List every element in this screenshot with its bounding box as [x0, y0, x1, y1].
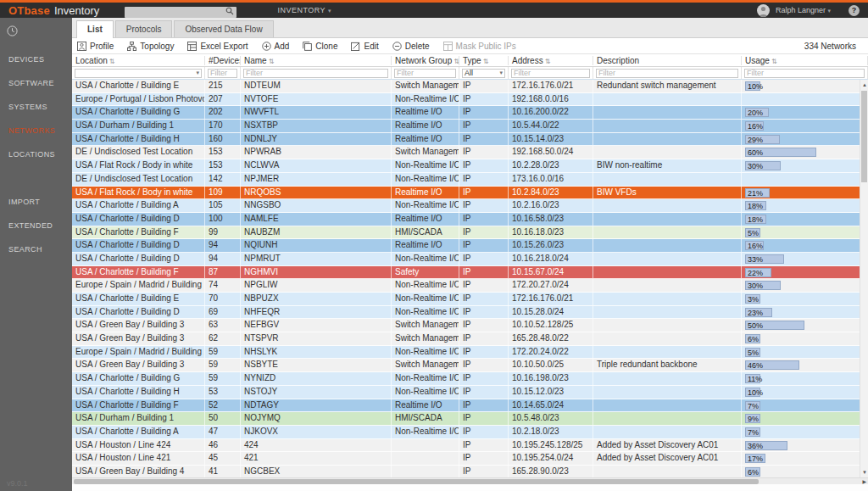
add-icon: [262, 42, 271, 51]
description-filter-input[interactable]: [596, 69, 738, 78]
usage-bar: 6%: [745, 334, 760, 343]
excel-export-button[interactable]: Excel Export: [187, 42, 248, 51]
table-row[interactable]: USA / Charlotte / Building F87NGHMVISafe…: [72, 266, 868, 280]
sidebar-item-networks[interactable]: NETWORKS: [0, 119, 72, 142]
sidebar-item-import[interactable]: IMPORT: [0, 190, 72, 214]
table-row[interactable]: USA / Charlotte / Building G59NYNIZDNon-…: [72, 372, 868, 386]
sidebar-item-locations[interactable]: LOCATIONS: [0, 142, 72, 166]
cell-name: NGHMVI: [241, 266, 392, 279]
column-header-description[interactable]: Description: [593, 56, 742, 65]
vertical-scrollbar-thumb[interactable]: [861, 91, 867, 182]
usage-bar: 3%: [745, 294, 760, 304]
address-filter-input[interactable]: [511, 69, 590, 78]
cell-address: 10.195.245.128/25: [509, 439, 593, 452]
tab-observed-data-flow[interactable]: Observed Data Flow: [174, 20, 273, 37]
table-row[interactable]: Europe / Spain / Madrid / Building 259NH…: [72, 346, 868, 360]
table-row[interactable]: USA / Charlotte / Building A47NJKOVXNon-…: [72, 426, 868, 439]
devices-filter-input[interactable]: [208, 69, 237, 78]
cell-type: IP: [459, 173, 509, 186]
cell-description: [593, 372, 742, 385]
sidebar-item-extended[interactable]: EXTENDED: [0, 214, 72, 237]
table-row[interactable]: USA / Charlotte / Building H53NSTOJYNon-…: [72, 386, 868, 399]
edit-button[interactable]: Edit: [351, 42, 378, 51]
table-row[interactable]: USA / Flat Rock / Body in white153NCLWVA…: [72, 159, 868, 173]
table-row[interactable]: Europe / Portugal / Lisbon Photovoltaik …: [72, 93, 868, 107]
table-row[interactable]: USA / Charlotte / Building D94NPMRUTNon-…: [72, 253, 868, 266]
cell-type: IP: [459, 426, 509, 438]
table-row[interactable]: USA / Green Bay / Building 362NTSPVRSwit…: [72, 332, 868, 346]
table-row[interactable]: USA / Durham / Building 1170NSXTBPRealti…: [72, 120, 868, 133]
name-filter-input[interactable]: [243, 69, 388, 78]
sidebar-item-search[interactable]: SEARCH: [0, 237, 72, 261]
usage-filter-input[interactable]: [744, 69, 865, 78]
help-icon[interactable]: ?: [849, 5, 860, 16]
table-row[interactable]: USA / Houston / Line 42145421IP10.195.25…: [72, 452, 868, 466]
table-row[interactable]: USA / Charlotte / Building G202NWVFTLRea…: [72, 106, 868, 120]
table-row[interactable]: USA / Charlotte / Building D100NAMLFERea…: [72, 213, 868, 226]
profile-button[interactable]: Profile: [77, 42, 114, 51]
table-row[interactable]: USA / Charlotte / Building D69NHFEQRNon-…: [72, 306, 868, 320]
cell-type: IP: [459, 399, 509, 412]
table-row[interactable]: Europe / Spain / Madrid / Building 174NP…: [72, 279, 868, 293]
scroll-right-arrow-icon[interactable]: ▶: [862, 478, 866, 485]
delete-button[interactable]: Delete: [392, 42, 430, 51]
table-row[interactable]: USA / Charlotte / Building F52NDTAGYReal…: [72, 399, 868, 413]
column-header-address[interactable]: Address⇅: [509, 56, 593, 65]
scroll-up-arrow-icon[interactable]: ▲: [860, 80, 868, 90]
type-filter-dropdown[interactable]: All▾: [462, 69, 505, 78]
vertical-scrollbar[interactable]: ▲ ▼: [860, 80, 868, 477]
clock-icon[interactable]: [7, 25, 18, 36]
column-header-type[interactable]: Type⇅: [459, 56, 509, 65]
user-menu[interactable]: Ralph Langner ▾: [776, 6, 831, 14]
table-row[interactable]: USA / Green Bay / Building 363NEFBGVSwit…: [72, 319, 868, 332]
add-button[interactable]: Add: [262, 42, 290, 51]
column-header-location[interactable]: Location⇅: [72, 56, 205, 65]
table-row[interactable]: DE / Undisclosed Test Location153NPWRABS…: [72, 146, 868, 159]
table-row[interactable]: USA / Charlotte / Building A105NNGSBONon…: [72, 199, 868, 213]
table-row[interactable]: DE / Undisclosed Test Location142NPJMERN…: [72, 173, 868, 187]
cell-description: [593, 253, 742, 265]
table-row[interactable]: USA / Green Bay / Building 441NGCBEXIP16…: [72, 466, 868, 477]
topology-button[interactable]: Topology: [127, 42, 174, 51]
horizontal-scrollbar[interactable]: ▶: [72, 477, 868, 484]
sidebar-item-software[interactable]: SOFTWARE: [0, 71, 72, 95]
inventory-menu[interactable]: INVENTORY ▾: [277, 6, 331, 14]
usage-bar: 20%: [745, 108, 769, 117]
table-row[interactable]: USA / Flat Rock / Body in white109NRQOBS…: [72, 187, 868, 200]
edit-icon: [351, 42, 360, 51]
column-header-name[interactable]: Name⇅: [241, 56, 392, 65]
cell-group: Non-Realtime I/O: [392, 253, 459, 265]
cell-devices: 50: [205, 412, 241, 425]
table-row[interactable]: USA / Charlotte / Building E70NBPUZXNon-…: [72, 293, 868, 306]
cell-description: [593, 319, 742, 332]
location-filter-dropdown[interactable]: ▾: [75, 69, 202, 78]
cell-type: IP: [459, 359, 509, 371]
sidebar-item-systems[interactable]: SYSTEMS: [0, 95, 72, 119]
column-header-usage[interactable]: Usage⇅: [742, 56, 868, 65]
brand-logo: OTbase: [8, 4, 50, 17]
clone-button[interactable]: Clone: [303, 42, 337, 51]
table-row[interactable]: USA / Green Bay / Building 359NSBYTESwit…: [72, 359, 868, 372]
horizontal-scrollbar-thumb[interactable]: [74, 479, 759, 484]
cell-usage: [742, 173, 868, 186]
cell-devices: 94: [205, 253, 241, 265]
cell-type: IP: [459, 346, 509, 359]
mask-public-ips-button[interactable]: Mask Public IPs: [443, 42, 516, 51]
tab-protocols[interactable]: Protocols: [115, 20, 173, 37]
network-group-filter-input[interactable]: [394, 69, 456, 78]
column-header--devices[interactable]: #Devices▼: [205, 56, 241, 65]
column-header-network-group[interactable]: Network Group⇅: [392, 56, 459, 65]
table-row[interactable]: USA / Charlotte / Building H160NDNLJYRea…: [72, 133, 868, 147]
table-row[interactable]: USA / Charlotte / Building F99NAUBZMHMI/…: [72, 226, 868, 240]
table-row[interactable]: USA / Durham / Building 150NOJYMQHMI/SCA…: [72, 412, 868, 426]
table-row[interactable]: USA / Houston / Line 42446424IP10.195.24…: [72, 439, 868, 453]
global-search-input[interactable]: [125, 7, 236, 18]
tab-list[interactable]: List: [76, 20, 114, 38]
sidebar-item-devices[interactable]: DEVICES: [0, 47, 72, 71]
scroll-down-arrow-icon[interactable]: ▼: [860, 467, 868, 477]
table-row[interactable]: USA / Charlotte / Building D94NQIUNHReal…: [72, 239, 868, 253]
table-row[interactable]: USA / Charlotte / Building E215NDTEUMSwi…: [72, 80, 868, 93]
cell-description: [593, 133, 742, 146]
avatar[interactable]: [757, 4, 770, 17]
cell-location: Europe / Spain / Madrid / Building 2: [72, 346, 205, 359]
